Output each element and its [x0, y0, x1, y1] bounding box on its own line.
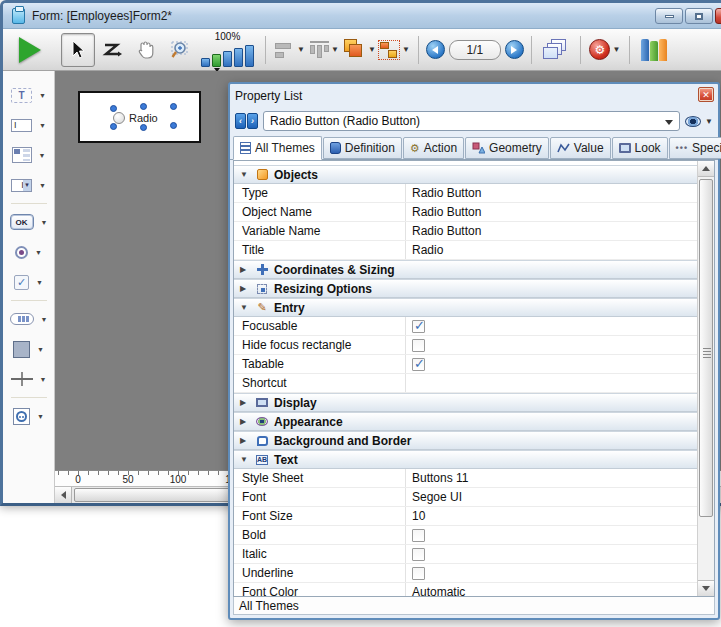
chevron-down-icon[interactable]: ▼	[39, 92, 46, 99]
property-list-header[interactable]: Property List ✕	[230, 84, 718, 108]
plugin-area-tool[interactable]: ▼	[13, 401, 44, 431]
tab-all-themes[interactable]: All Themes	[233, 136, 322, 160]
button-tool[interactable]: OK ▼	[10, 207, 48, 237]
selection-group-menu-button[interactable]: ▼	[377, 33, 411, 67]
property-row[interactable]: Font Color Automatic	[234, 583, 697, 596]
property-row[interactable]: Italic	[234, 545, 697, 564]
close-button[interactable]	[715, 8, 721, 24]
chevron-down-icon[interactable]: ▼	[40, 376, 47, 383]
property-row[interactable]: Font Size 10	[234, 507, 697, 526]
expand-arrow-icon[interactable]	[240, 170, 250, 179]
layer-order-menu-button[interactable]: ▼	[341, 33, 377, 67]
chevron-down-icon[interactable]: ▼	[41, 316, 48, 323]
section-coordinates-sizing[interactable]: Coordinates & Sizing	[234, 260, 697, 279]
view-options-button[interactable]: ▼	[685, 116, 713, 127]
chevron-down-icon[interactable]: ▼	[41, 219, 48, 226]
section-objects[interactable]: Objects	[234, 165, 697, 184]
select-pointer-tool[interactable]	[61, 33, 95, 67]
focusable-checkbox[interactable]	[412, 320, 425, 333]
text-tool[interactable]: T ▼	[11, 80, 46, 110]
underline-checkbox[interactable]	[412, 567, 425, 580]
section-resizing-options[interactable]: Resizing Options	[234, 279, 697, 298]
property-row[interactable]: Object Name Radio Button	[234, 203, 697, 222]
progress-indicator-tool[interactable]: ▼	[10, 304, 48, 334]
splitter-tool[interactable]: ▼	[11, 364, 47, 394]
tabable-checkbox[interactable]	[412, 358, 425, 371]
chevron-down-icon[interactable]: ▼	[39, 152, 46, 159]
rectangle-tool[interactable]: ▼	[13, 334, 44, 364]
minimize-button[interactable]	[655, 8, 683, 24]
property-row[interactable]: Type Radio Button	[234, 184, 697, 203]
next-page-button[interactable]	[505, 40, 524, 59]
expand-arrow-icon[interactable]	[240, 303, 250, 312]
property-row[interactable]: Font Segoe UI	[234, 488, 697, 507]
vertical-scroll-thumb[interactable]	[699, 179, 713, 517]
selection-handle[interactable]	[140, 124, 147, 131]
run-form-button[interactable]	[13, 33, 47, 67]
zoom-bars-icon[interactable]	[201, 43, 254, 67]
section-background-border[interactable]: Background and Border	[234, 431, 697, 450]
zoom-tool[interactable]	[163, 33, 197, 67]
expand-arrow-icon[interactable]	[240, 398, 250, 407]
property-row[interactable]: Tabable	[234, 355, 697, 374]
scroll-left-button[interactable]	[55, 487, 72, 503]
scroll-down-button[interactable]	[698, 580, 714, 596]
property-row[interactable]: Title Radio	[234, 241, 697, 260]
library-button[interactable]	[637, 33, 671, 67]
selection-handle[interactable]	[110, 105, 117, 112]
chevron-down-icon[interactable]: ▼	[39, 182, 46, 189]
panel-close-button[interactable]: ✕	[698, 87, 714, 102]
zoom-level-control[interactable]: 100%	[201, 32, 254, 67]
object-order-tool[interactable]	[95, 33, 129, 67]
tab-action[interactable]: ⚙ Action	[403, 137, 464, 159]
italic-checkbox[interactable]	[412, 548, 425, 561]
expand-arrow-icon[interactable]	[240, 436, 250, 445]
selection-handle[interactable]	[170, 103, 177, 110]
title-bar[interactable]: Form: [Employees]Form2*	[3, 3, 721, 29]
vertical-scrollbar[interactable]	[697, 161, 714, 596]
hand-tool[interactable]	[129, 33, 163, 67]
selected-object-dropdown[interactable]: Radio Button (Radio Button)	[263, 111, 680, 131]
distribute-menu-button[interactable]: ▼	[307, 33, 341, 67]
expand-arrow-icon[interactable]	[240, 417, 250, 426]
chevron-down-icon[interactable]: ▼	[39, 122, 46, 129]
checkbox-tool[interactable]: ✓ ▼	[14, 267, 43, 297]
property-row[interactable]: Underline	[234, 564, 697, 583]
align-menu-button[interactable]: ▼	[273, 33, 307, 67]
selection-handle[interactable]	[170, 122, 177, 129]
selection-handle[interactable]	[140, 103, 147, 110]
previous-page-button[interactable]	[426, 40, 445, 59]
maximize-button[interactable]	[685, 8, 713, 24]
section-display[interactable]: Display	[234, 393, 697, 412]
tab-value[interactable]: Value	[550, 137, 611, 159]
expand-arrow-icon[interactable]	[240, 284, 250, 293]
form-pages-button[interactable]	[539, 33, 573, 67]
tab-geometry[interactable]: Geometry	[465, 137, 549, 159]
chevron-down-icon[interactable]: ▼	[35, 249, 42, 256]
scroll-up-button[interactable]	[698, 161, 714, 177]
property-row[interactable]: Focusable	[234, 317, 697, 336]
property-row[interactable]: Hide focus rectangle	[234, 336, 697, 355]
expand-arrow-icon[interactable]	[240, 455, 250, 464]
section-appearance[interactable]: Appearance	[234, 412, 697, 431]
hide-focus-rectangle-checkbox[interactable]	[412, 339, 425, 352]
property-row[interactable]: Shortcut	[234, 374, 697, 393]
tab-definition[interactable]: Definition	[323, 137, 402, 159]
bold-checkbox[interactable]	[412, 529, 425, 542]
form-properties-button[interactable]: ⚙ ▼	[588, 33, 622, 67]
section-entry[interactable]: ✎ Entry	[234, 298, 697, 317]
section-text[interactable]: AB Text	[234, 450, 697, 469]
expand-arrow-icon[interactable]	[240, 265, 250, 274]
property-row[interactable]: Style Sheet Buttons 11	[234, 469, 697, 488]
chevron-down-icon[interactable]: ▼	[37, 346, 44, 353]
property-row[interactable]: Variable Name Radio Button	[234, 222, 697, 241]
radio-button-tool[interactable]: ▼	[15, 237, 42, 267]
prev-next-object-icon[interactable]: ‹›	[235, 113, 258, 129]
selection-handle[interactable]	[110, 123, 117, 130]
property-row[interactable]: Bold	[234, 526, 697, 545]
combobox-tool[interactable]: I ▼	[11, 170, 46, 200]
tab-specific[interactable]: ••• Specific	[669, 137, 721, 159]
tab-look[interactable]: Look	[612, 137, 668, 159]
listbox-tool[interactable]: ▼	[12, 140, 46, 170]
chevron-down-icon[interactable]: ▼	[36, 279, 43, 286]
